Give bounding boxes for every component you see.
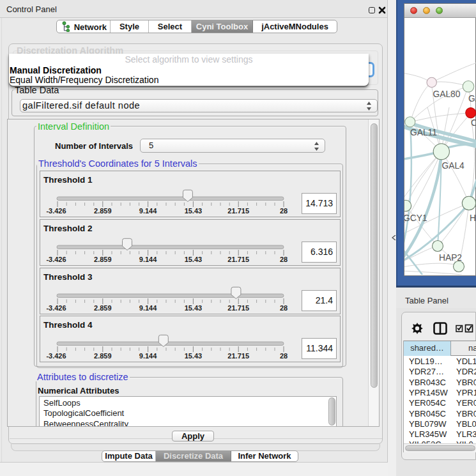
svg-text:15.43: 15.43 [185,207,203,215]
svg-text:15.43: 15.43 [185,303,203,311]
svg-text:9.144: 9.144 [139,255,157,263]
svg-text:-3.426: -3.426 [46,303,66,311]
svg-text:2.859: 2.859 [94,255,112,263]
svg-text:15.43: 15.43 [185,255,203,263]
svg-text:GAL4: GAL4 [442,161,465,171]
svg-text:9.144: 9.144 [139,303,157,311]
svg-text:C: C [471,118,476,128]
svg-text:-3.426: -3.426 [46,207,66,215]
svg-text:9.144: 9.144 [139,352,157,360]
svg-text:28: 28 [280,255,288,263]
svg-text:GCY1: GCY1 [404,213,427,223]
svg-text:GAL11: GAL11 [410,128,437,137]
svg-text:-3.426: -3.426 [46,255,66,263]
svg-text:2.859: 2.859 [94,303,112,311]
svg-text:GA: GA [468,94,476,104]
svg-text:HAP2: HAP2 [439,253,462,263]
svg-text:GAL80: GAL80 [433,89,461,99]
svg-text:21.715: 21.715 [227,303,249,311]
svg-text:21.715: 21.715 [227,207,249,215]
svg-text:H: H [470,213,476,223]
svg-text:21.715: 21.715 [227,352,249,360]
svg-text:2.859: 2.859 [94,207,112,215]
svg-text:28: 28 [280,352,288,360]
svg-text:28: 28 [280,303,288,311]
svg-text:9.144: 9.144 [139,207,157,215]
svg-text:28: 28 [280,207,288,215]
svg-text:2.859: 2.859 [94,352,112,360]
svg-text:21.715: 21.715 [227,255,249,263]
svg-text:15.43: 15.43 [185,352,203,360]
svg-text:-3.426: -3.426 [46,352,66,360]
